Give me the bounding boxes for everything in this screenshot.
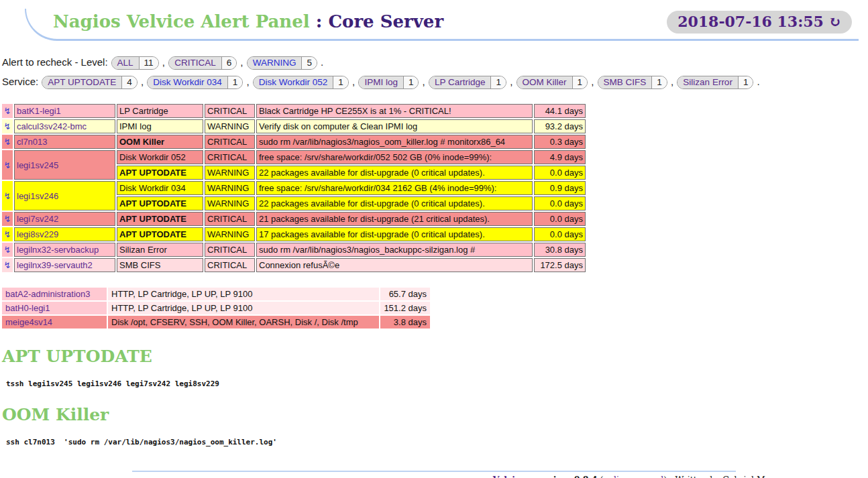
filter-label[interactable]: IPMI log bbox=[359, 76, 403, 88]
recheck-bolt-icon[interactable]: ↯ bbox=[4, 260, 11, 270]
days-cell: 30.8 days bbox=[534, 243, 586, 257]
filter-label[interactable]: APT UPTODATE bbox=[42, 76, 121, 88]
filter-pill-critical[interactable]: CRITICAL6 bbox=[168, 56, 237, 70]
host-link[interactable]: calcul3sv242-bmc bbox=[17, 121, 87, 131]
hosts-down-table: batA2-administration3HTTP, LP Cartridge,… bbox=[1, 286, 431, 330]
alert-row: ↯legilnx32-servbackupSilizan ErrorCRITIC… bbox=[2, 243, 586, 257]
refresh-time-button[interactable]: 2018-07-16 13:55 ↻ bbox=[667, 11, 852, 34]
recheck-cell: ↯ bbox=[2, 181, 13, 211]
host-cell: batA2-administration3 bbox=[2, 288, 107, 300]
host-link[interactable]: legilnx32-servbackup bbox=[17, 245, 99, 255]
days-cell: 0.0 days bbox=[534, 212, 586, 226]
alert-row: ↯legi7sv242APT UPTODATECRITICAL21 packag… bbox=[2, 212, 586, 226]
host-cell: legilnx39-servauth2 bbox=[14, 258, 115, 272]
days-cell: 172.5 days bbox=[534, 258, 586, 272]
level-filter-bar: Alert to recheck - Level:ALL11 , CRITICA… bbox=[2, 56, 868, 70]
page-header: Nagios Velvice Alert Panel : Core Server… bbox=[25, 9, 859, 41]
service-name: APT UPTODATE bbox=[117, 212, 203, 226]
filter-pill-silizan-error[interactable]: Silizan Error1 bbox=[677, 76, 753, 89]
filter-pill-apt-uptodate[interactable]: APT UPTODATE4 bbox=[42, 76, 138, 89]
filter-count: 4 bbox=[121, 76, 137, 88]
state-cell: WARNING bbox=[205, 119, 255, 133]
service-name: Silizan Error bbox=[117, 243, 203, 257]
host-down-row: batH0-legi1HTTP, LP Cartridge, LP UP, LP… bbox=[2, 302, 430, 314]
footer-author: - Written by Gabriel Moreau bbox=[667, 475, 790, 478]
filter-count: 1 bbox=[490, 76, 506, 88]
state-cell: CRITICAL bbox=[205, 150, 255, 164]
filter-pill-smb-cifs[interactable]: SMB CIFS1 bbox=[598, 76, 667, 89]
footer: Velvice - version: 0.8.4 (online manual)… bbox=[420, 475, 863, 478]
recheck-bolt-icon[interactable]: ↯ bbox=[4, 121, 11, 131]
host-cell: legi1sv245 bbox=[14, 150, 115, 180]
recheck-cell: ↯ bbox=[2, 227, 13, 241]
apt-uptodate-command: tssh legi1sv245 legi1sv246 legi7sv242 le… bbox=[6, 379, 868, 388]
host-link[interactable]: batH0-legi1 bbox=[5, 303, 50, 313]
days-cell: 0.0 days bbox=[534, 196, 586, 211]
footer-credits: Velvice - version: 0.8.4 (online manual)… bbox=[420, 475, 863, 478]
host-link[interactable]: legi1sv246 bbox=[17, 191, 58, 201]
host-link[interactable]: legi7sv242 bbox=[17, 214, 58, 224]
filter-label[interactable]: ALL bbox=[112, 57, 139, 69]
service-name: APT UPTODATE bbox=[117, 166, 203, 180]
recheck-bolt-icon[interactable]: ↯ bbox=[4, 229, 11, 239]
days-cell: 0.9 days bbox=[534, 181, 586, 195]
info-cell: Verify disk on computer & Clean IPMI log bbox=[256, 119, 533, 133]
filter-pill-warning[interactable]: WARNING5 bbox=[247, 56, 317, 70]
filter-pill-disk-workdir-034[interactable]: Disk Workdir 0341 bbox=[147, 76, 243, 89]
host-down-row: meige4sv14Disk /opt, CFSERV, SSH, OOM Ki… bbox=[2, 316, 430, 328]
host-link[interactable]: legi1sv245 bbox=[17, 160, 58, 170]
service-name: IPMI log bbox=[117, 119, 203, 133]
host-cell: legi7sv242 bbox=[14, 212, 115, 226]
alert-row: ↯legi8sv229APT UPTODATEWARNING17 package… bbox=[2, 227, 586, 241]
filter-label[interactable]: WARNING bbox=[248, 57, 302, 69]
recheck-cell: ↯ bbox=[2, 150, 13, 180]
state-cell: CRITICAL bbox=[205, 135, 255, 149]
filter-pill-all[interactable]: ALL11 bbox=[111, 56, 159, 70]
section-title-oom-killer: OOM Killer bbox=[2, 405, 868, 424]
state-cell: WARNING bbox=[205, 166, 255, 180]
info-cell: 17 packages available for dist-upgrade (… bbox=[256, 227, 533, 241]
filter-pill-ipmi-log[interactable]: IPMI log1 bbox=[358, 76, 419, 89]
filter-label[interactable]: Silizan Error bbox=[677, 76, 738, 88]
services-list-cell: HTTP, LP Cartridge, LP UP, LP 9100 bbox=[108, 302, 379, 314]
server-name: Core Server bbox=[328, 11, 443, 32]
days-cell: 93.2 days bbox=[534, 119, 586, 133]
alert-row: ↯legi1sv245Disk Workdir 052CRITICALfree … bbox=[2, 150, 586, 164]
host-link[interactable]: batK1-legi1 bbox=[17, 106, 61, 116]
recheck-cell: ↯ bbox=[2, 135, 13, 149]
host-link[interactable]: cl7n013 bbox=[17, 137, 48, 147]
days-cell: 3.8 days bbox=[380, 316, 430, 328]
host-link[interactable]: legi8sv229 bbox=[17, 229, 58, 239]
filter-label[interactable]: CRITICAL bbox=[169, 57, 221, 69]
recheck-bolt-icon[interactable]: ↯ bbox=[4, 245, 11, 255]
section-apt-uptodate: APT UPTODATE tssh legi1sv245 legi1sv246 … bbox=[0, 347, 868, 388]
host-link[interactable]: legilnx39-servauth2 bbox=[17, 260, 93, 270]
host-link[interactable]: batA2-administration3 bbox=[5, 289, 90, 299]
recheck-bolt-icon[interactable]: ↯ bbox=[4, 106, 11, 116]
host-cell: cl7n013 bbox=[14, 135, 115, 149]
filter-count: 1 bbox=[227, 76, 243, 88]
service-name: Disk Workdir 034 bbox=[117, 181, 203, 195]
online-manual-link[interactable]: online manual bbox=[603, 475, 663, 478]
recheck-bolt-icon[interactable]: ↯ bbox=[4, 160, 11, 170]
filter-count: 1 bbox=[333, 76, 348, 88]
recheck-bolt-icon[interactable]: ↯ bbox=[4, 214, 11, 224]
recheck-bolt-icon[interactable]: ↯ bbox=[4, 137, 11, 147]
recheck-bolt-icon[interactable]: ↯ bbox=[4, 191, 11, 201]
filter-label[interactable]: SMB CIFS bbox=[598, 76, 652, 88]
recheck-cell: ↯ bbox=[2, 119, 13, 133]
reload-icon[interactable]: ↻ bbox=[829, 13, 841, 30]
state-cell: CRITICAL bbox=[205, 104, 255, 118]
info-cell: free space: /srv/share/workdir/052 502 G… bbox=[256, 150, 533, 164]
filter-label[interactable]: LP Cartridge bbox=[429, 76, 491, 88]
filter-label[interactable]: Disk Workdir 052 bbox=[254, 76, 333, 88]
filter-label[interactable]: Disk Workdir 034 bbox=[148, 76, 227, 88]
info-cell: 21 packages available for dist-upgrade (… bbox=[256, 212, 533, 226]
host-cell: calcul3sv242-bmc bbox=[14, 119, 115, 133]
host-link[interactable]: meige4sv14 bbox=[5, 317, 52, 327]
filter-pill-oom-killer[interactable]: OOM Killer1 bbox=[517, 76, 588, 89]
filter-pill-lp-cartridge[interactable]: LP Cartridge1 bbox=[429, 76, 506, 89]
filter-pill-disk-workdir-052[interactable]: Disk Workdir 0521 bbox=[253, 76, 349, 89]
filter-label[interactable]: OOM Killer bbox=[517, 76, 572, 88]
recheck-cell: ↯ bbox=[2, 212, 13, 226]
